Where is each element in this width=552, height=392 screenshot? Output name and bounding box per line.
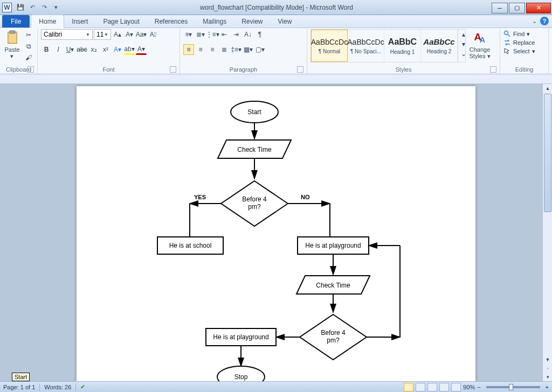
vertical-scrollbar[interactable]: ▲ ▼ ◦ ▾	[542, 84, 552, 381]
style-heading-1[interactable]: AaBbCHeading 1	[384, 30, 421, 62]
style-heading-2[interactable]: AaBbCcHeading 2	[421, 30, 458, 62]
subscript-button[interactable]: x₂	[88, 44, 99, 55]
flow-school: He is at school	[169, 242, 212, 249]
zoom-level[interactable]: 90%	[463, 384, 475, 390]
print-layout-view-icon[interactable]	[404, 383, 413, 391]
flow-start: Start	[247, 108, 261, 116]
scroll-thumb[interactable]	[544, 94, 551, 212]
text-effects-icon[interactable]: A▾	[112, 44, 123, 55]
format-painter-icon[interactable]: 🖌	[23, 53, 34, 62]
scroll-up-icon[interactable]: ▲	[543, 84, 552, 93]
qat-customize-icon[interactable]: ▾	[51, 2, 61, 13]
align-right-icon[interactable]: ≡	[207, 44, 218, 55]
minimize-button[interactable]: ─	[492, 3, 508, 13]
decrease-indent-icon[interactable]: ⇤	[219, 29, 230, 40]
document-page[interactable]: Start Check Time YES NO Before 4 pm? He …	[77, 86, 475, 381]
style-normal[interactable]: AaBbCcDc¶ Normal	[311, 30, 348, 62]
styles-scroll-up-icon[interactable]: ▴	[458, 30, 469, 39]
flow-no-label: NO	[301, 194, 310, 200]
grow-font-icon[interactable]: A▴	[112, 29, 123, 40]
font-name-select[interactable]: Calibri▼	[41, 29, 93, 40]
save-icon[interactable]: 💾	[15, 2, 26, 13]
find-button[interactable]: Find ▾	[503, 30, 535, 38]
group-font: Calibri▼ 11▼ A▴ A▾ Aa▾ A⃠ B I U▾ abc x₂ …	[38, 28, 180, 74]
show-marks-icon[interactable]: ¶	[254, 29, 265, 40]
paragraph-launcher-icon[interactable]	[297, 66, 303, 73]
change-case-icon[interactable]: Aa▾	[136, 29, 147, 40]
strikethrough-button[interactable]: abc	[77, 44, 87, 55]
styles-scroll-down-icon[interactable]: ▾	[458, 39, 469, 49]
clipboard-launcher-icon[interactable]	[27, 66, 34, 73]
font-launcher-icon[interactable]	[170, 66, 176, 73]
prev-page-icon[interactable]: ◦	[543, 364, 552, 373]
outline-view-icon[interactable]	[439, 383, 449, 391]
superscript-button[interactable]: x²	[100, 44, 111, 55]
font-group-label: Font	[102, 66, 114, 73]
close-button[interactable]: ✕	[526, 3, 551, 13]
change-styles-button[interactable]: AA Change Styles ▾	[468, 29, 492, 59]
numbering-icon[interactable]: ≣▾	[195, 29, 206, 40]
undo-icon[interactable]: ↶	[27, 2, 38, 13]
find-icon	[503, 30, 511, 38]
zoom-out-icon[interactable]: −	[477, 384, 480, 390]
align-center-icon[interactable]: ≡	[195, 44, 206, 55]
select-button[interactable]: Select ▾	[503, 47, 535, 55]
flow-yes-label: YES	[194, 194, 206, 200]
font-size-select[interactable]: 11▼	[94, 29, 111, 40]
file-tab[interactable]: File	[2, 15, 30, 27]
redo-icon[interactable]: ↷	[39, 2, 50, 13]
tab-review[interactable]: Review	[234, 15, 270, 27]
shrink-font-icon[interactable]: A▾	[124, 29, 135, 40]
style-no-spacing[interactable]: AaBbCcDc¶ No Spaci...	[348, 30, 384, 62]
flow-check-time-1: Check Time	[237, 146, 272, 153]
highlight-icon[interactable]: ab▾	[124, 44, 135, 55]
proofing-icon[interactable]: ✔	[80, 383, 85, 390]
draft-view-icon[interactable]	[451, 383, 461, 391]
align-left-icon[interactable]: ≡	[183, 44, 194, 55]
bullets-icon[interactable]: ≡▾	[183, 29, 194, 40]
tab-home[interactable]: Home	[31, 15, 64, 28]
status-page[interactable]: Page: 1 of 1	[3, 384, 35, 390]
svg-point-4	[505, 31, 508, 35]
styles-launcher-icon[interactable]	[490, 66, 496, 73]
line-spacing-icon[interactable]: ‡≡▾	[231, 44, 242, 55]
font-color-icon[interactable]: A▾	[136, 44, 147, 55]
shading-icon[interactable]: ▦▾	[243, 44, 253, 55]
zoom-in-icon[interactable]: +	[546, 384, 549, 390]
minimize-ribbon-icon[interactable]: ⌄	[532, 18, 537, 25]
title-bar: W 💾 ↶ ↷ ▾ word_flowchart [Compatibility …	[0, 0, 552, 15]
underline-button[interactable]: U▾	[65, 44, 75, 55]
status-words[interactable]: Words: 26	[44, 384, 71, 390]
help-icon[interactable]: ?	[540, 17, 549, 25]
cut-icon[interactable]: ✂	[23, 30, 34, 40]
bold-button[interactable]: B	[41, 44, 52, 55]
increase-indent-icon[interactable]: ⇥	[231, 29, 242, 40]
window-controls: ─ ▢ ✕	[492, 2, 552, 13]
italic-button[interactable]: I	[53, 44, 64, 55]
tab-page-layout[interactable]: Page Layout	[95, 15, 147, 27]
maximize-button[interactable]: ▢	[509, 3, 525, 13]
tab-references[interactable]: References	[147, 15, 195, 27]
group-styles: AaBbCcDc¶ Normal AaBbCcDc¶ No Spaci... A…	[307, 28, 500, 74]
styles-more-icon[interactable]: ⌄	[458, 49, 469, 59]
copy-icon[interactable]: ⧉	[23, 41, 34, 51]
sort-icon[interactable]: A↓	[243, 29, 253, 40]
tab-insert[interactable]: Insert	[64, 15, 95, 27]
justify-icon[interactable]: ≣	[219, 44, 230, 55]
next-page-icon[interactable]: ▾	[543, 373, 552, 381]
tab-view[interactable]: View	[271, 15, 300, 27]
tab-mailings[interactable]: Mailings	[195, 15, 234, 27]
zoom-slider[interactable]	[486, 386, 540, 388]
svg-text:A: A	[480, 36, 485, 44]
full-screen-view-icon[interactable]	[416, 383, 425, 391]
clear-formatting-icon[interactable]: A⃠	[148, 29, 158, 40]
multilevel-list-icon[interactable]: ⋮≡▾	[207, 29, 218, 40]
replace-button[interactable]: Replace	[503, 39, 535, 46]
styles-gallery[interactable]: AaBbCcDc¶ Normal AaBbCcDc¶ No Spaci... A…	[310, 29, 466, 62]
scroll-down-icon[interactable]: ▼	[543, 355, 552, 364]
borders-icon[interactable]: ▢▾	[254, 44, 265, 55]
horizontal-ruler[interactable]	[0, 74, 552, 84]
paste-button[interactable]: Paste▾	[3, 29, 21, 59]
group-clipboard: Paste▾ ✂ ⧉ 🖌 Clipboard	[0, 28, 38, 74]
web-layout-view-icon[interactable]	[427, 383, 437, 391]
